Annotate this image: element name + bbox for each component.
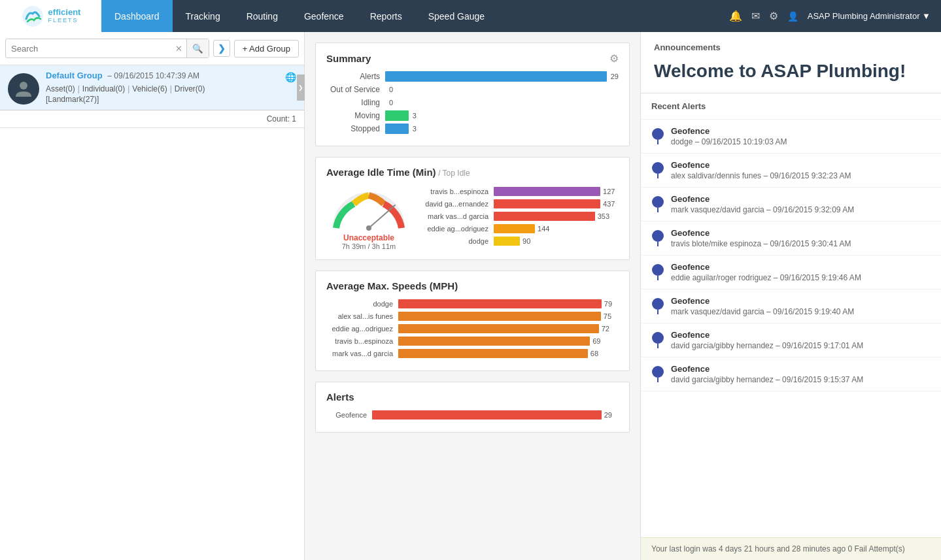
announcements-title: Announcements <box>654 42 928 52</box>
alert-info-7: Geofence david garcia/gibby hernandez – … <box>671 330 863 350</box>
alert-bar-row-1: Geofence 29 <box>326 410 619 420</box>
alert-pin-8 <box>651 365 664 384</box>
svg-point-4 <box>652 128 664 140</box>
speed-name-1: dodge <box>326 300 398 308</box>
summary-bar-row-alerts: Alerts 29 <box>326 71 619 82</box>
logo-area: efficient FLEETS <box>0 0 101 32</box>
nav-tracking[interactable]: Tracking <box>173 0 233 32</box>
driver-count: Driver(0) <box>175 84 205 93</box>
alert-info-4: Geofence travis blote/mike espinoza – 09… <box>671 228 851 248</box>
alert-pin-4 <box>651 229 664 248</box>
nav-dashboard[interactable]: Dashboard <box>101 0 173 32</box>
nav-speed-gauge[interactable]: Speed Gauge <box>415 0 498 32</box>
speed-name-3: eddie ag...odriguez <box>326 325 398 333</box>
idle-val-3: 353 <box>598 212 616 220</box>
speed-val-4: 69 <box>592 337 608 345</box>
summary-val-idling: 0 <box>389 99 393 107</box>
alert-desc-8: david garcia/gibby hernandez – 09/16/201… <box>671 375 863 384</box>
speed-bar-row-1: dodge 79 <box>326 299 619 308</box>
alert-desc-3: mark vasquez/david garcia – 09/16/2015 9… <box>671 205 854 214</box>
idle-content: Unacceptable 7h 39m / 3h 11m travis b...… <box>326 186 619 250</box>
sidebar-expand-btn[interactable]: ❯ <box>213 40 230 57</box>
idle-title: Average Idle Time (Min) <box>326 167 436 178</box>
search-box: ✕ 🔍 <box>5 39 209 58</box>
alert-info-5: Geofence eddie aguilar/roger rodriguez –… <box>671 262 861 282</box>
idle-name-4: eddie ag...odriguez <box>422 225 494 233</box>
speed-bar-row-4: travis b...espinoza 69 <box>326 337 619 346</box>
idle-name-1: travis b...espinoza <box>422 188 494 195</box>
announcements-panel: Announcements Welcome to ASAP Plumbing! <box>641 32 941 93</box>
svg-point-6 <box>652 196 664 208</box>
summary-gear-icon[interactable]: ⚙ <box>609 52 619 65</box>
alert-desc-1: dodge – 09/16/2015 10:19:03 AM <box>671 137 787 146</box>
alert-item-3: Geofence mark vasquez/david garcia – 09/… <box>641 188 941 222</box>
recent-alerts-panel: Recent Alerts Geofence dodge – 09/16/201… <box>641 93 941 537</box>
asset-count: Asset(0) <box>46 84 75 93</box>
svg-point-7 <box>652 230 664 242</box>
alert-desc-7: david garcia/gibby hernandez – 09/16/201… <box>671 341 863 350</box>
globe-icon[interactable]: 🌐 <box>285 72 296 82</box>
svg-line-2 <box>369 205 395 228</box>
nav-geofence[interactable]: Geofence <box>291 0 357 32</box>
alert-info-6: Geofence mark vasquez/david garcia – 09/… <box>671 296 854 316</box>
search-clear-icon[interactable]: ✕ <box>171 44 186 54</box>
alert-type-6: Geofence <box>671 296 854 306</box>
idle-bar-row-2: david ga...ernandez 437 <box>422 199 619 208</box>
idle-bars: travis b...espinoza 127 david ga...ernan… <box>422 187 619 249</box>
summary-bar-row-idling: Idling 0 <box>326 97 619 108</box>
mail-icon[interactable]: ✉ <box>751 10 760 22</box>
add-group-button[interactable]: + Add Group <box>234 40 299 58</box>
nav-routing[interactable]: Routing <box>233 0 291 32</box>
speeds-title: Average Max. Speeds (MPH) <box>326 280 458 291</box>
idle-bar-2 <box>494 199 600 208</box>
svg-point-11 <box>652 366 664 378</box>
idle-time-section: Average Idle Time (Min) / Top Idle <box>315 157 630 260</box>
alert-desc-5: eddie aguilar/roger rodriguez – 09/16/20… <box>671 273 861 282</box>
dashboard-panel: Summary ⚙ Alerts 29 Out of Service 0 <box>305 32 640 560</box>
login-notice: Your last login was 4 days 21 hours and … <box>641 537 941 560</box>
gear-icon[interactable]: ⚙ <box>769 10 778 22</box>
summary-bar-row-stopped: Stopped 3 <box>326 124 619 134</box>
alert-pin-2 <box>651 161 664 180</box>
idle-subtitle: / Top Idle <box>438 169 470 178</box>
gauge-label: Unacceptable <box>326 233 411 242</box>
group-stats: Asset(0) | Individual(0) | Vehicle(6) | … <box>46 84 296 93</box>
logo-icon <box>21 5 44 28</box>
person-icon <box>14 80 33 98</box>
speed-bar-3 <box>398 324 599 333</box>
alert-bar-1 <box>372 410 602 420</box>
alert-item-2: Geofence alex saldivar/dennis funes – 09… <box>641 154 941 188</box>
bell-icon[interactable]: 🔔 <box>729 10 742 22</box>
summary-bar-wrap-alerts: 29 <box>385 71 619 82</box>
group-name: Default Group <box>46 71 103 80</box>
admin-label[interactable]: ASAP Plumbing Administrator ▼ <box>808 11 931 21</box>
nav-reports[interactable]: Reports <box>357 0 415 32</box>
svg-point-10 <box>652 332 664 344</box>
sidebar-search: ✕ 🔍 ❯ + Add Group <box>0 32 304 65</box>
speed-bar-1 <box>398 299 602 308</box>
nav-links: Dashboard Tracking Routing Geofence Repo… <box>101 0 498 32</box>
summary-bar-alerts <box>385 71 607 82</box>
speeds-header: Average Max. Speeds (MPH) <box>326 280 619 291</box>
alert-item-7: Geofence david garcia/gibby hernandez – … <box>641 323 941 357</box>
alert-type-5: Geofence <box>671 262 861 272</box>
sidebar-right-arrow[interactable]: ❯ <box>297 74 305 101</box>
alert-info-8: Geofence david garcia/gibby hernandez – … <box>671 364 863 384</box>
idle-val-2: 437 <box>603 200 619 208</box>
alert-info-3: Geofence mark vasquez/david garcia – 09/… <box>671 194 854 214</box>
alert-type-7: Geofence <box>671 330 863 340</box>
summary-header: Summary ⚙ <box>326 52 619 65</box>
speed-val-2: 75 <box>604 312 619 320</box>
summary-bar-stopped <box>385 124 409 134</box>
speed-val-1: 79 <box>604 300 619 308</box>
svg-point-8 <box>652 264 664 276</box>
summary-val-stopped: 3 <box>413 125 417 133</box>
idle-bar-5 <box>494 237 520 246</box>
alert-pin-7 <box>651 331 664 350</box>
alert-type-1: Geofence <box>671 126 787 136</box>
summary-label-oos: Out of Service <box>326 85 385 94</box>
speed-bar-row-5: mark vas...d garcia 68 <box>326 349 619 358</box>
search-button[interactable]: 🔍 <box>186 39 209 58</box>
search-input[interactable] <box>6 44 171 54</box>
alert-item-8: Geofence david garcia/gibby hernandez – … <box>641 357 941 391</box>
